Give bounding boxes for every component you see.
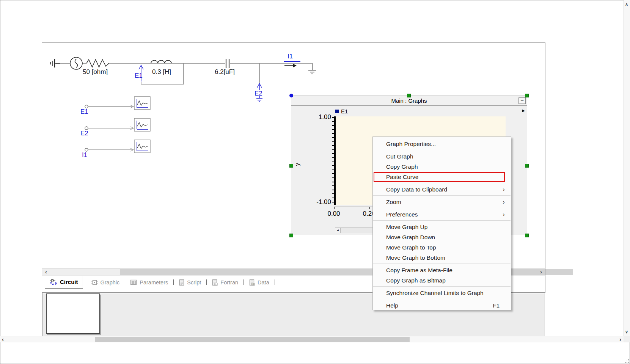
capacitor[interactable] [226,59,229,68]
output-channel-e2[interactable]: E2 [80,118,150,137]
y-axis-line [334,116,336,205]
menu-item-paste-curve[interactable]: Paste Curve [373,172,511,182]
scroll-up-icon[interactable]: ∧ [625,1,628,7]
menu-item-cut-graph[interactable]: Cut Graph [373,151,511,162]
tab-separator [244,279,244,285]
ground-left[interactable] [50,59,60,67]
legend-overflow-arrow-icon[interactable]: ▶ [522,108,525,113]
tab-separator [206,279,207,285]
tab-label: Parameters [140,279,168,286]
tab-data[interactable]: Data [245,276,274,289]
menu-separator [373,150,511,150]
window-hscroll-thumb[interactable] [95,337,410,342]
menu-item-copy-frame-as-meta-file[interactable]: Copy Frame as Meta-File [373,265,511,275]
scroll-down-icon[interactable]: ∨ [625,329,628,335]
tab-label: Graphic [101,279,120,286]
menu-item-move-graph-down[interactable]: Move Graph Down [373,232,511,242]
inductor[interactable] [151,60,171,63]
menu-item-zoom[interactable]: Zoom › [373,197,511,207]
channel-label: E2 [80,130,88,137]
script-icon [179,279,184,286]
channel-label: E1 [80,108,88,115]
background-page-preview[interactable] [46,293,100,334]
scroll-left-icon[interactable]: ‹ [2,336,4,342]
window-vscrollbar[interactable]: ∧ ∨ [624,0,630,336]
parameters-icon [130,279,137,285]
menu-item-copy-data-to-clipboard[interactable]: Copy Data to Clipboard › [373,184,511,195]
ground-right[interactable] [308,63,316,74]
legend-entry[interactable]: E1 [335,108,348,115]
channel-label: I1 [82,151,87,158]
tab-separator [125,279,125,285]
menu-item-move-graph-to-bottom[interactable]: Move Graph to Bottom [373,253,511,263]
ammeter-i1-label: I1 [288,53,293,60]
y-axis-max-label: 1.00 [308,113,331,121]
selection-anchor-dot[interactable] [289,94,293,97]
legend-label[interactable]: E1 [341,108,348,115]
selection-handle-top-right[interactable] [525,94,529,97]
tab-circuit[interactable]: Circuit [45,276,83,289]
graphic-icon [91,279,98,286]
tab-label: Script [187,279,201,286]
legend-marker-icon [335,110,339,113]
output-channel-e1[interactable]: E1 [80,97,150,115]
window-hscrollbar[interactable]: ‹ › [0,336,624,342]
resistor[interactable] [86,60,109,67]
circuit-icon [50,279,57,285]
inductor-label: 0.3 [H] [152,68,171,75]
menu-item-preferences[interactable]: Preferences › [373,209,511,220]
fortran-icon [212,279,218,286]
menu-item-move-graph-to-top[interactable]: Move Graph to Top [373,242,511,253]
voltmeter-e1-label: E1 [135,72,143,79]
tab-separator [173,279,174,285]
resistor-label: 50 [ohm] [83,68,108,75]
output-channels: E1 E2 I1 [76,94,156,160]
submenu-arrow-icon: › [503,198,505,206]
menu-item-synchronize-channel-limits[interactable]: Synchronize Channel Limits to Graph [373,288,511,298]
tab-parameters[interactable]: Parameters [126,276,173,289]
scroll-right-icon[interactable]: › [540,269,542,275]
submenu-arrow-icon: › [503,211,505,218]
menu-separator [373,220,511,221]
menu-item-help[interactable]: Help F1 [373,300,511,311]
tab-label: Fortran [220,279,238,286]
menu-item-copy-graph[interactable]: Copy Graph [373,162,511,172]
submenu-arrow-icon: › [503,186,505,193]
resize-grip-icon[interactable] [624,358,629,364]
tab-label: Data [258,279,269,286]
app-window: 50 [ohm] E1 0.3 [H] 6.2[uF] E2 [0,0,630,364]
menu-item-copy-graph-as-bitmap[interactable]: Copy Graph as Bitmap [373,275,511,286]
menu-separator [373,286,511,287]
y-axis-ticks [332,117,334,205]
menu-separator [373,208,511,208]
scrollbar-corner [624,336,630,342]
tab-graphic[interactable]: Graphic [87,276,124,289]
scroll-left-icon[interactable]: ‹ [45,269,47,275]
x-tick-label: 0.00 [322,210,346,218]
scroll-right-icon[interactable]: › [619,336,621,342]
menu-separator [373,264,511,264]
selection-handle-bottom-right[interactable] [525,234,529,237]
selection-handle-bottom-left[interactable] [289,234,293,237]
y-axis-min-label: -1.00 [308,198,331,206]
menu-item-graph-properties[interactable]: Graph Properties... [373,139,511,149]
tab-label: Circuit [60,279,78,285]
tab-script[interactable]: Script [174,276,206,289]
y-axis-title: y [294,163,300,166]
minimize-button[interactable]: – [518,97,526,104]
mini-scroll-left-button[interactable]: ◄ [335,228,341,233]
selection-handle-mid-right[interactable] [525,164,529,168]
voltmeter-e2-label: E2 [255,90,262,97]
data-icon [249,279,255,286]
menu-item-move-graph-up[interactable]: Move Graph Up [373,222,511,232]
graph-context-menu: Graph Properties... Cut Graph Copy Graph… [372,136,511,310]
ammeter-i1[interactable] [284,61,300,67]
selection-handle-mid-left[interactable] [289,164,293,168]
output-channel-i1[interactable]: I1 [82,140,150,158]
tab-fortran[interactable]: Fortran [207,276,243,289]
ac-source[interactable] [70,57,82,69]
tab-separator [275,279,275,285]
menu-separator [373,299,511,299]
graph-mini-scrollbar[interactable]: ◄ [335,228,373,233]
selection-handle-top-center[interactable] [407,94,411,97]
